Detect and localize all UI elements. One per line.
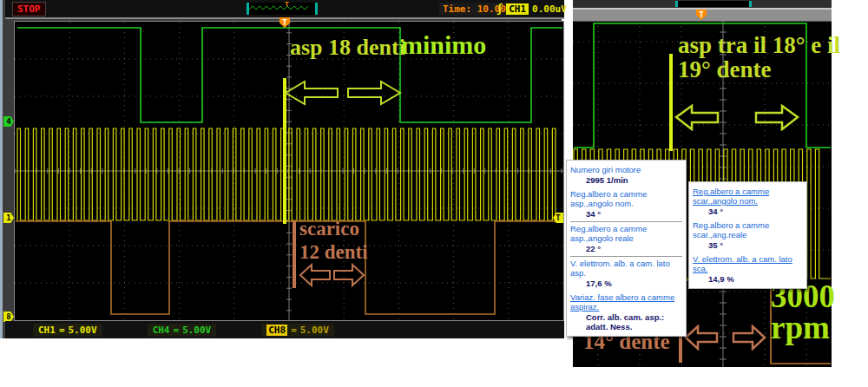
channel8-eq: = bbox=[291, 325, 297, 336]
trigger-edge-icon: ʃ bbox=[496, 3, 503, 15]
channel1-volts: 5.00V bbox=[69, 325, 97, 336]
annotation-scarico: scarico 12 denti bbox=[299, 217, 368, 264]
left-waveform-canvas bbox=[15, 22, 563, 320]
arrow-right-small-icon bbox=[332, 263, 365, 287]
channel4-level-marker[interactable]: 4 bbox=[3, 116, 14, 127]
annotation-asp-line2: 19° dente bbox=[678, 57, 840, 82]
annotation-scarico-line2: 12 denti bbox=[299, 240, 368, 264]
trigger-position-bar: T bbox=[573, 10, 832, 22]
popup-intake-value: Corr. alb. cam. asp.: adatt. Ness. bbox=[570, 312, 682, 331]
waveform-preview-icon bbox=[675, 1, 752, 7]
channel4-volts: 5.00V bbox=[182, 325, 211, 336]
annotation-3000-rpm: 3000 rpm bbox=[771, 281, 835, 344]
annotation-scarico-line1: scarico bbox=[299, 217, 368, 240]
acquisition-status[interactable]: STOP bbox=[12, 2, 46, 16]
trigger-level-value: 0.00uV bbox=[532, 3, 567, 15]
popup-intake-row: Numero giri motore2995 1/min bbox=[570, 163, 682, 187]
popup-intake-value: 22 ° bbox=[570, 244, 682, 253]
annotation-asp-18-denti: asp 18 denti bbox=[290, 35, 405, 61]
channel1-scale[interactable]: CH1 = 5.00V bbox=[33, 324, 102, 337]
channel1-eq: = bbox=[59, 325, 65, 336]
diagnostic-popup-exhaust: Reg.albero a camme scar.,angolo nom.34 °… bbox=[688, 181, 807, 289]
annotation-rpm-line2: rpm bbox=[771, 312, 835, 344]
popup-exhaust-row: Reg.albero a camme scar.,ang.reale35 ° bbox=[693, 219, 803, 253]
channel1-name: CH1 bbox=[38, 325, 56, 336]
arrow-right-small-icon bbox=[732, 325, 766, 351]
popup-intake-label: V. elettrom. alb. a cam. lato asp. bbox=[570, 259, 682, 278]
left-oscilloscope-panel: STOP T Time: 10.00ms ʃ CH1 0.00uV 4 1 8 … bbox=[0, 0, 562, 338]
popup-exhaust-value: 34 ° bbox=[693, 207, 803, 216]
annotation-asp-18-19-dente: asp tra il 18° e il 19° dente bbox=[678, 33, 840, 82]
popup-intake-row: Reg.albero a camme asp.,angolo nom.34 ° bbox=[570, 187, 682, 221]
arrow-right-icon bbox=[346, 80, 402, 106]
popup-exhaust-label[interactable]: V. elettrom. alb. a cam. lato sca. bbox=[693, 254, 803, 273]
arrow-left-small-icon bbox=[299, 263, 332, 287]
popup-intake-label: Numero giri motore bbox=[570, 165, 682, 174]
trigger-source-badge[interactable]: CH1 bbox=[506, 3, 529, 15]
popup-exhaust-label[interactable]: Reg.albero a camme scar.,angolo nom. bbox=[693, 187, 803, 206]
arrow-left-icon bbox=[284, 80, 339, 106]
channel4-eq: = bbox=[174, 325, 180, 336]
popup-exhaust-value: 14,9 % bbox=[693, 274, 803, 284]
popup-intake-label: Reg.albero a camme asp.,angolo reale bbox=[570, 224, 682, 243]
trigger-readout[interactable]: ʃ CH1 0.00uV bbox=[496, 3, 567, 15]
annotation-marker-line-scarico bbox=[293, 221, 296, 288]
popup-intake-value: 2995 1/min bbox=[570, 175, 682, 185]
channel8-scale[interactable]: CH8 = 5.00V bbox=[261, 324, 334, 337]
arrow-right-icon bbox=[754, 104, 799, 131]
annotation-marker-line-asp bbox=[669, 54, 673, 151]
waveform-preview-icon bbox=[247, 3, 318, 15]
scope-top-bar: STOP T Time: 10.00ms ʃ CH1 0.00uV bbox=[5, 0, 564, 19]
channel4-scale[interactable]: CH4 = 5.00V bbox=[148, 324, 217, 337]
arrow-left-icon bbox=[674, 104, 720, 131]
popup-intake-row: Variaz. fase albero a camme aspiraz.Corr… bbox=[570, 291, 682, 334]
scope-bottom-bar: CH1 = 5.00V CH4 = 5.00V CH8 = 5.00V bbox=[5, 321, 564, 338]
annotation-asp-line1: asp tra il 18° e il bbox=[678, 33, 840, 57]
diagnostic-popup-intake: Numero giri motore2995 1/minReg.albero a… bbox=[566, 160, 687, 337]
popup-intake-label: Reg.albero a camme asp.,angolo nom. bbox=[570, 189, 682, 208]
popup-exhaust-row: Reg.albero a camme scar.,angolo nom.34 ° bbox=[693, 185, 803, 219]
popup-intake-row: V. elettrom. alb. a cam. lato asp.17,6 % bbox=[570, 256, 682, 291]
channel1-level-marker[interactable]: 1 bbox=[3, 213, 14, 223]
popup-exhaust-label: Reg.albero a camme scar.,ang.reale bbox=[693, 220, 803, 239]
screenshot-stage: STOP T Time: 10.00ms ʃ CH1 0.00uV 4 1 8 … bbox=[0, 0, 868, 387]
trigger-position-marker[interactable]: T bbox=[696, 10, 707, 20]
popup-intake-label[interactable]: Variaz. fase albero a camme aspiraz. bbox=[570, 292, 682, 312]
channel8-volts: 5.00V bbox=[300, 325, 329, 336]
popup-intake-row: Reg.albero a camme asp.,angolo reale22 ° bbox=[570, 221, 682, 256]
arrow-left-small-icon bbox=[684, 325, 719, 351]
scope-top-strip bbox=[573, 0, 832, 8]
popup-exhaust-row: V. elettrom. alb. a cam. lato sca.14,9 % bbox=[693, 253, 803, 286]
channel8-name[interactable]: CH8 bbox=[266, 325, 287, 336]
preview-trigger-icon: T bbox=[285, 1, 289, 8]
annotation-minimo: minimo bbox=[401, 30, 486, 60]
channel4-name: CH4 bbox=[153, 325, 170, 336]
popup-exhaust-value: 35 ° bbox=[693, 240, 803, 250]
popup-intake-value: 17,6 % bbox=[570, 279, 682, 288]
popup-intake-value: 34 ° bbox=[570, 209, 682, 219]
